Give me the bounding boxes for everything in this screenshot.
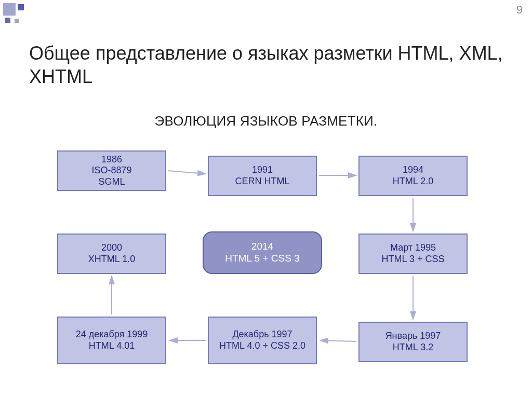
- node-html3-css: Март 1995 HTML 3 + CSS: [358, 234, 468, 274]
- slide-subtitle: ЭВОЛЮЦИЯ ЯЗЫКОВ РАЗМЕТКИ.: [0, 113, 532, 129]
- node-html32: Январь 1997 HTML 3.2: [358, 322, 468, 362]
- node-label: 24 декабря 1999 HTML 4.01: [76, 329, 148, 351]
- node-sgml: 1986 ISO-8879 SGML: [57, 150, 166, 191]
- diagram-stage: 1986 ISO-8879 SGML 1991 CERN HTML 1994 H…: [42, 145, 496, 382]
- node-html5: 2014 HTML 5 + CSS 3: [203, 231, 322, 274]
- node-label: 1986 ISO-8879 SGML: [91, 154, 131, 188]
- slide-title: Общее представление о языках разметки HT…: [29, 42, 511, 88]
- node-cern-html: 1991 CERN HTML: [208, 156, 317, 196]
- node-label: Декабрь 1997 HTML 4.0 + CSS 2.0: [219, 329, 305, 351]
- node-label: 1994 HTML 2.0: [393, 164, 433, 187]
- node-label: Март 1995 HTML 3 + CSS: [382, 242, 445, 265]
- corner-decoration: [3, 3, 30, 30]
- svg-line-4: [320, 340, 356, 341]
- page-number: 9: [516, 3, 523, 17]
- node-label: 1991 CERN HTML: [235, 164, 289, 187]
- node-xhtml1: 2000 XHTML 1.0: [57, 234, 166, 274]
- svg-line-0: [168, 171, 206, 174]
- node-label: 2000 XHTML 1.0: [88, 242, 135, 265]
- node-label: 2014 HTML 5 + CSS 3: [225, 241, 299, 265]
- node-html2: 1994 HTML 2.0: [358, 156, 468, 196]
- node-html401: 24 декабря 1999 HTML 4.01: [57, 317, 166, 364]
- node-html40-css2: Декабрь 1997 HTML 4.0 + CSS 2.0: [208, 317, 317, 364]
- node-label: Январь 1997 HTML 3.2: [385, 331, 441, 353]
